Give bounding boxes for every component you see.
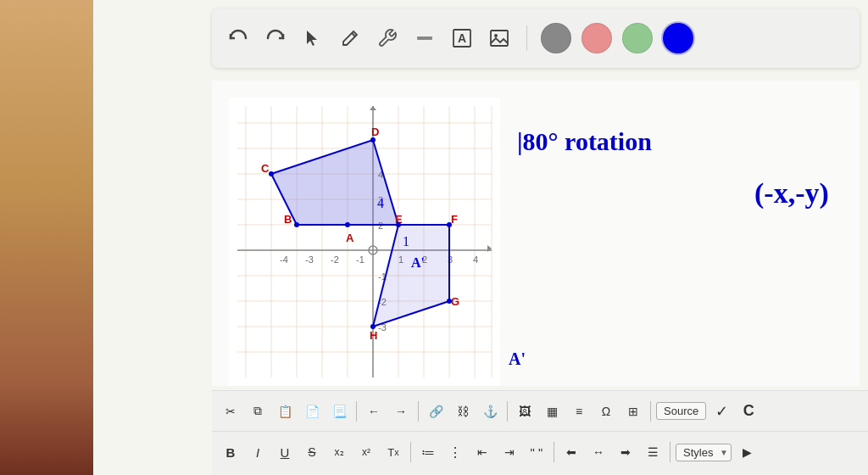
align-justify-button[interactable]: ☰ [641,440,665,464]
list-button[interactable]: ≡ [567,400,591,423]
bottom-toolbar: ✂ ⧉ 📋 📄 📃 ← → 🔗 ⛓ ⚓ 🖼 ▦ ≡ Ω ⊞ Source ✓ C… [212,390,868,475]
svg-text:D: D [371,126,379,138]
svg-point-64 [370,324,376,329]
bold-button[interactable]: B [219,440,242,464]
undo-text-button[interactable]: ← [362,400,386,423]
svg-text:-3: -3 [305,254,314,265]
svg-text:H: H [370,329,377,342]
svg-text:-2: -2 [331,254,339,265]
top-toolbar: A [212,8,860,68]
svg-marker-30 [487,245,492,252]
bt-sep2 [418,401,419,422]
bottom-toolbar-row2: B I U S x₂ x² Tx ≔ ⋮ ⇤ ⇥ " " ⬅ ↔ ➡ ☰ Sty… [212,432,868,472]
bt-sep7 [670,442,670,462]
paste-word-button[interactable]: 📄 [300,400,324,423]
annotation-rotation: |80° rotation [517,115,754,169]
bt-sep1 [356,401,357,422]
svg-text:4: 4 [473,254,478,265]
svg-rect-2 [417,36,432,40]
undo-button[interactable] [225,25,252,52]
svg-text:A': A' [509,349,526,368]
indent-button[interactable]: ⇥ [498,440,521,464]
annotation-formula: (-x,-y) [754,165,860,220]
bt-sep5 [410,442,411,462]
check-button[interactable]: ✓ [709,400,733,423]
paste-plain-button[interactable]: 📃 [327,400,351,423]
remove-format-button[interactable]: Tx [381,440,405,464]
paste-text-button[interactable]: 📋 [273,400,297,423]
color-blue[interactable] [663,23,693,53]
svg-point-58 [370,137,376,142]
align-right-button[interactable]: ➡ [614,440,637,464]
svg-text:1: 1 [403,234,409,249]
svg-text:|80° rotation: |80° rotation [517,127,652,155]
pencil-tool-button[interactable] [337,25,364,52]
main-container: A [93,0,868,475]
bt-sep6 [554,442,554,462]
svg-rect-5 [491,31,508,46]
superscript-button[interactable]: x² [354,440,378,464]
align-center-button[interactable]: ↔ [587,440,610,464]
select-tool-button[interactable] [299,25,326,52]
subscript-button[interactable]: x₂ [327,440,351,464]
svg-text:F: F [451,213,458,226]
bt-sep3 [507,401,508,422]
svg-point-57 [269,171,274,176]
svg-text:B': B' [526,384,543,386]
color-pink[interactable] [581,23,612,53]
blockquote-button[interactable]: " " [525,440,548,464]
color-gray[interactable] [541,23,571,53]
svg-text:(-x,-y): (-x,-y) [754,177,829,210]
italic-button[interactable]: I [246,440,270,464]
svg-text:A': A' [411,255,425,270]
color-green[interactable] [622,23,653,53]
canvas-area: -4 -3 -2 -1 1 2 3 4 2 3 4 -1 -2 -3 [212,81,860,386]
redo-button[interactable] [262,25,289,52]
image-insert-button[interactable]: 🖼 [513,400,537,423]
tools-button[interactable] [374,25,401,52]
redo-text-button[interactable]: → [389,400,413,423]
styles-wrapper: Styles [676,444,732,461]
maximize-button[interactable]: ⊞ [621,400,645,423]
svg-text:4: 4 [377,196,384,210]
svg-marker-47 [271,140,398,225]
bottom-toolbar-row1: ✂ ⧉ 📋 📄 📃 ← → 🔗 ⛓ ⚓ 🖼 ▦ ≡ Ω ⊞ Source ✓ C [212,391,868,432]
svg-text:G: G [451,295,459,308]
more-button[interactable]: ▶ [735,440,759,464]
svg-text:-1: -1 [356,254,364,265]
svg-point-60 [345,222,350,227]
table-button[interactable]: ▦ [540,400,564,423]
annotation-b-prime: B' [526,369,627,386]
image-tool-button[interactable] [486,25,513,52]
anchor-button[interactable]: ⚓ [478,400,502,423]
bt-sep4 [650,401,651,422]
svg-text:A: A [346,232,354,244]
svg-marker-31 [370,106,376,110]
line-tool-button[interactable] [411,25,438,52]
svg-point-63 [447,299,452,304]
math-diagram: -4 -3 -2 -1 1 2 3 4 2 3 4 -1 -2 -3 [229,98,500,386]
svg-text:A: A [458,31,466,45]
left-sidebar [0,0,93,475]
cut-button[interactable]: ✂ [219,400,242,423]
svg-point-61 [396,222,401,227]
toolbar-sep1 [526,25,527,51]
strikethrough-button[interactable]: S [300,440,324,464]
outdent-button[interactable]: ⇤ [470,440,494,464]
underline-button[interactable]: U [273,440,297,464]
clear-button[interactable]: C [737,400,760,423]
text-tool-button[interactable]: A [448,25,476,52]
svg-text:C: C [261,162,270,175]
styles-select[interactable]: Styles [676,444,732,461]
ordered-list-button[interactable]: ≔ [416,440,440,464]
svg-point-62 [447,222,452,227]
svg-point-6 [494,34,498,37]
copy-button[interactable]: ⧉ [246,400,270,423]
unordered-list-button[interactable]: ⋮ [443,440,467,464]
special-char-button[interactable]: Ω [594,400,618,423]
source-button[interactable]: Source [656,402,706,420]
unlink-button[interactable]: ⛓ [451,400,475,423]
align-left-button[interactable]: ⬅ [559,440,583,464]
svg-text:-4: -4 [280,254,288,265]
link-button[interactable]: 🔗 [424,400,448,423]
